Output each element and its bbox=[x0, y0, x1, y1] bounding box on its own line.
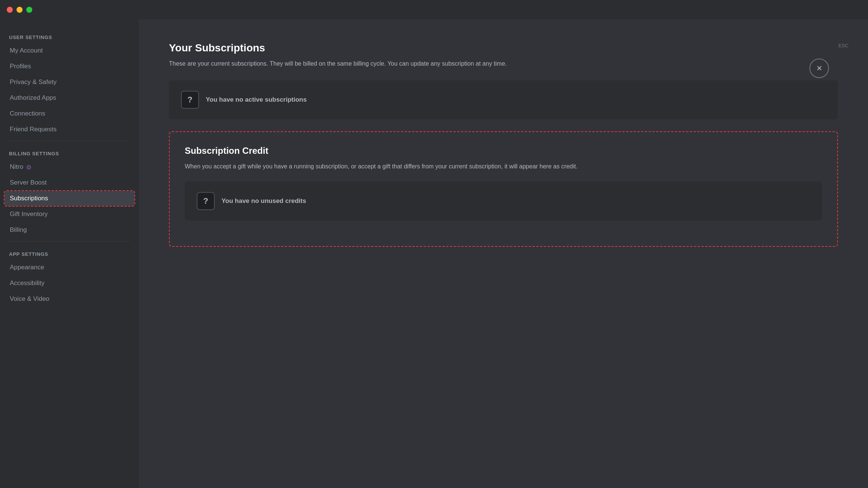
no-credits-text: You have no unused credits bbox=[222, 197, 306, 205]
sidebar-item-nitro[interactable]: Nitro ⊙ bbox=[5, 159, 134, 174]
sidebar-item-label: Voice & Video bbox=[10, 295, 50, 303]
sidebar-item-my-account[interactable]: My Account bbox=[5, 43, 134, 58]
page-description: These are your current subscriptions. Th… bbox=[169, 59, 838, 68]
no-credits-icon: ? bbox=[197, 192, 215, 210]
sidebar-item-label: Appearance bbox=[10, 264, 44, 271]
sidebar-item-label: Server Boost bbox=[10, 179, 47, 186]
close-x-icon: ✕ bbox=[816, 65, 823, 72]
sidebar-item-label: Authorized Apps bbox=[10, 94, 56, 102]
sidebar-item-billing[interactable]: Billing bbox=[5, 222, 134, 237]
traffic-lights bbox=[7, 7, 32, 13]
sidebar-item-authorized-apps[interactable]: Authorized Apps bbox=[5, 90, 134, 105]
sidebar-item-label: Profiles bbox=[10, 63, 31, 70]
sidebar-divider-1 bbox=[9, 141, 130, 141]
sidebar-item-friend-requests[interactable]: Friend Requests bbox=[5, 122, 134, 137]
sidebar-item-label: Gift Inventory bbox=[10, 210, 48, 218]
sidebar-item-label: Connections bbox=[10, 110, 45, 117]
no-credits-box: ? You have no unused credits bbox=[185, 182, 822, 221]
sidebar-item-connections[interactable]: Connections bbox=[5, 106, 134, 121]
minimize-button-traffic[interactable] bbox=[17, 7, 23, 13]
sidebar-item-label: Friend Requests bbox=[10, 126, 57, 133]
close-button-traffic[interactable] bbox=[7, 7, 13, 13]
maximize-button-traffic[interactable] bbox=[26, 7, 32, 13]
credit-description: When you accept a gift while you have a … bbox=[185, 162, 822, 171]
sidebar-item-label: Accessibility bbox=[10, 279, 45, 287]
sidebar-item-label: Billing bbox=[10, 226, 27, 234]
sidebar-item-subscriptions[interactable]: Subscriptions bbox=[5, 191, 134, 206]
nitro-icon: ⊙ bbox=[26, 164, 31, 171]
no-subscriptions-text: You have no active subscriptions bbox=[206, 96, 307, 104]
sidebar-item-accessibility[interactable]: Accessibility bbox=[5, 276, 134, 291]
sidebar-item-voice-video[interactable]: Voice & Video bbox=[5, 291, 134, 306]
page-title: Your Subscriptions bbox=[169, 42, 838, 54]
content-area: ✕ ESC Your Subscriptions These are your … bbox=[139, 20, 868, 488]
close-wrapper: ✕ ESC bbox=[838, 39, 848, 48]
sidebar-item-server-boost[interactable]: Server Boost bbox=[5, 175, 134, 190]
no-subscriptions-box: ? You have no active subscriptions bbox=[169, 80, 838, 119]
sidebar-item-privacy-safety[interactable]: Privacy & Safety bbox=[5, 75, 134, 90]
sidebar-item-label: Nitro bbox=[10, 163, 23, 171]
user-settings-header: USER SETTINGS bbox=[5, 29, 134, 43]
credit-title: Subscription Credit bbox=[185, 146, 822, 156]
app-container: USER SETTINGS My Account Profiles Privac… bbox=[0, 20, 868, 488]
sidebar-item-appearance[interactable]: Appearance bbox=[5, 260, 134, 275]
sidebar: USER SETTINGS My Account Profiles Privac… bbox=[0, 20, 139, 488]
titlebar bbox=[0, 0, 868, 20]
esc-label: ESC bbox=[838, 43, 848, 48]
sidebar-item-profiles[interactable]: Profiles bbox=[5, 59, 134, 74]
sidebar-item-label: Privacy & Safety bbox=[10, 78, 57, 86]
sidebar-item-label: My Account bbox=[10, 47, 43, 54]
billing-settings-header: BILLING SETTINGS bbox=[5, 145, 134, 159]
sidebar-item-label: Subscriptions bbox=[10, 195, 48, 202]
sidebar-item-gift-inventory[interactable]: Gift Inventory bbox=[5, 207, 134, 222]
no-subscription-icon: ? bbox=[181, 91, 199, 109]
sidebar-divider-2 bbox=[9, 241, 130, 242]
app-settings-header: APP SETTINGS bbox=[5, 245, 134, 260]
close-dialog-button[interactable]: ✕ bbox=[809, 59, 829, 78]
subscription-credit-section: Subscription Credit When you accept a gi… bbox=[169, 131, 838, 247]
